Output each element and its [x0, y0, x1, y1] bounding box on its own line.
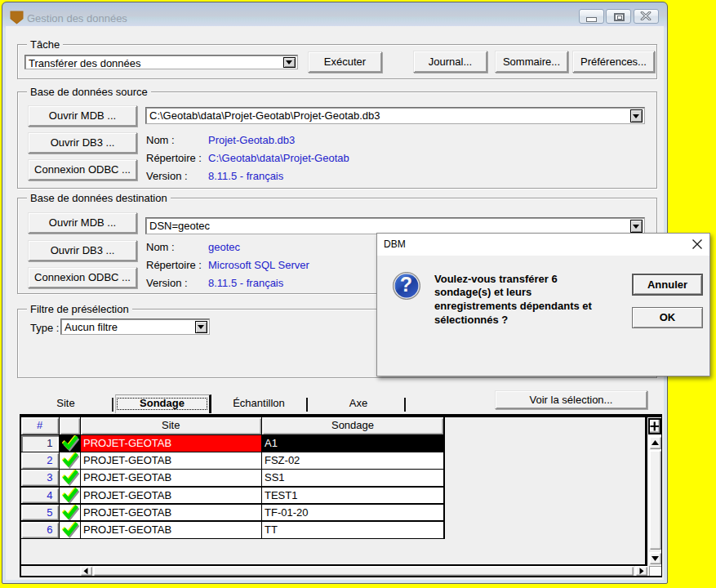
svg-text:?: ?: [400, 273, 412, 296]
